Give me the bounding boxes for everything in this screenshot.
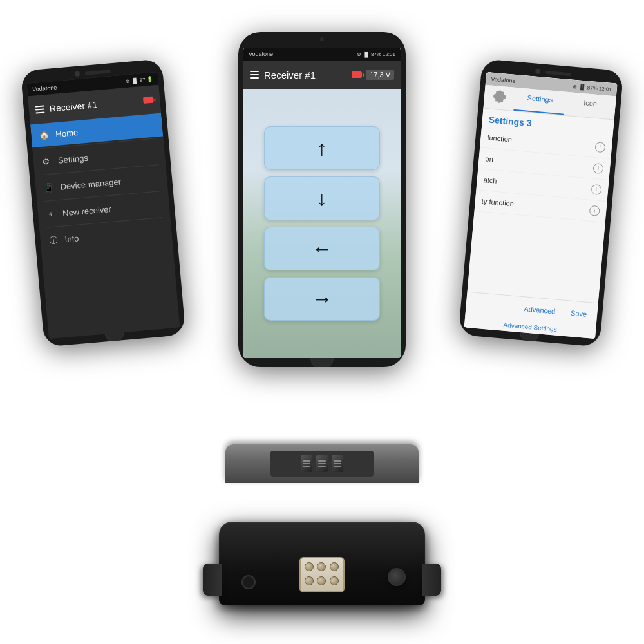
voltage-badge: 17,3 V — [366, 70, 394, 80]
left-battery-icon: 🔋 — [146, 76, 153, 82]
center-status-icons: ⊛ ▐▌ 87% 12:01 — [357, 52, 395, 57]
info-icon: ⓘ — [48, 234, 59, 245]
right-button[interactable]: → — [264, 277, 380, 321]
right-battery-pct: 87% — [587, 84, 598, 91]
device-sensor-left — [242, 575, 256, 589]
left-battery-pct: 87 — [139, 77, 146, 83]
advanced-button[interactable]: Advanced — [520, 302, 560, 318]
up-arrow-icon: ↑ — [317, 137, 327, 160]
connector-pin-4 — [305, 576, 314, 585]
right-phone-screen: Vodafone ⊛ ▐▌ 87% 12:01 Settings Icon — [464, 72, 618, 339]
left-phone-speaker — [85, 70, 111, 75]
nav-toolbar-title: Receiver #1 — [49, 99, 98, 113]
hamburger-icon[interactable] — [35, 105, 44, 113]
center-battery-pct: 87% — [371, 52, 381, 57]
center-phone-notch — [320, 37, 324, 41]
right-phone-speaker — [545, 70, 571, 75]
left-status-icons: ⊛ ▐▌ 87 🔋 — [125, 76, 153, 84]
center-hamburger-icon[interactable] — [250, 71, 259, 79]
info-icon-2[interactable]: i — [592, 163, 603, 174]
main-scene: Vodafone ⊛ ▐▌ 87 🔋 Receiver #1 — [0, 0, 644, 644]
device-body — [219, 522, 425, 605]
right-signal-icon: ▐▌ — [578, 84, 586, 90]
down-arrow-icon: ↓ — [317, 187, 327, 211]
center-battery-alert-icon — [352, 71, 362, 78]
center-time: 12:01 — [383, 52, 395, 57]
center-bluetooth-icon: ⊛ — [357, 52, 361, 57]
info-icon-3[interactable]: i — [591, 184, 601, 195]
down-button[interactable]: ↓ — [264, 176, 380, 220]
plus-icon: ＋ — [46, 208, 57, 219]
center-camera-dot — [320, 37, 324, 41]
connector-pin-5 — [317, 576, 326, 585]
connector-pin-3 — [330, 562, 339, 571]
center-carrier: Vodafone — [249, 51, 273, 57]
info-icon-4[interactable]: i — [589, 205, 600, 216]
center-signal-icon: ▐▌ — [363, 52, 370, 57]
nav-screen: Vodafone ⊛ ▐▌ 87 🔋 Receiver #1 — [26, 72, 180, 339]
main-toolbar: Receiver #1 17,3 V — [243, 61, 401, 89]
right-phone-camera — [535, 68, 541, 74]
tab-icon[interactable]: Icon — [564, 92, 616, 120]
center-phone: Vodafone ⊛ ▐▌ 87% 12:01 Receiver #1 — [238, 32, 406, 367]
device-label — [270, 451, 374, 477]
left-phone: Vodafone ⊛ ▐▌ 87 🔋 Receiver #1 — [21, 59, 186, 347]
settings-gear-icon: ⚙ — [41, 156, 52, 167]
device-connector — [299, 557, 345, 592]
label-block-2 — [316, 455, 328, 472]
save-button[interactable]: Save — [566, 306, 591, 321]
bluetooth-icon: ⊛ — [125, 78, 130, 84]
tab-settings[interactable]: Settings — [514, 88, 566, 115]
remote-area: ↑ ↓ ← → — [243, 89, 401, 358]
center-status-bar: Vodafone ⊛ ▐▌ 87% 12:01 — [243, 48, 401, 61]
connector-pin-2 — [317, 562, 326, 571]
up-button[interactable]: ↑ — [264, 126, 380, 170]
gear-icon-tab — [491, 90, 508, 106]
device-top-plate — [225, 444, 419, 483]
main-toolbar-title: Receiver #1 — [264, 70, 316, 80]
settings-screen: Vodafone ⊛ ▐▌ 87% 12:01 Settings Icon — [464, 72, 618, 339]
right-arrow-icon: → — [312, 287, 332, 311]
label-block-1 — [301, 455, 312, 472]
home-icon: 🏠 — [39, 129, 50, 140]
left-arrow-icon: ← — [312, 237, 332, 261]
left-carrier: Vodafone — [32, 84, 57, 93]
connector-pin-6 — [330, 576, 339, 585]
device-mount-left — [203, 564, 222, 596]
signal-icon: ▐▌ — [131, 77, 138, 84]
main-screen: Vodafone ⊛ ▐▌ 87% 12:01 Receiver #1 — [243, 48, 401, 358]
battery-alert-icon — [143, 97, 154, 104]
right-status-icons: ⊛ ▐▌ 87% 12:01 — [573, 83, 612, 92]
right-carrier: Vodafone — [491, 76, 516, 84]
device-manager-icon: 📱 — [43, 182, 54, 193]
center-phone-screen: Vodafone ⊛ ▐▌ 87% 12:01 Receiver #1 — [243, 48, 401, 358]
left-button[interactable]: ← — [264, 227, 380, 270]
right-phone: Vodafone ⊛ ▐▌ 87% 12:01 Settings Icon — [459, 59, 624, 347]
left-phone-screen: Vodafone ⊛ ▐▌ 87 🔋 Receiver #1 — [26, 72, 180, 339]
info-icon-1[interactable]: i — [594, 142, 605, 153]
device-button[interactable] — [388, 568, 406, 586]
right-time: 12:01 — [598, 86, 612, 93]
device-mount-right — [422, 564, 441, 596]
hardware-device — [206, 464, 438, 605]
right-bluetooth-icon: ⊛ — [573, 83, 578, 90]
label-block-3 — [332, 455, 343, 472]
left-phone-camera — [75, 71, 80, 77]
connector-pin-1 — [305, 562, 314, 571]
